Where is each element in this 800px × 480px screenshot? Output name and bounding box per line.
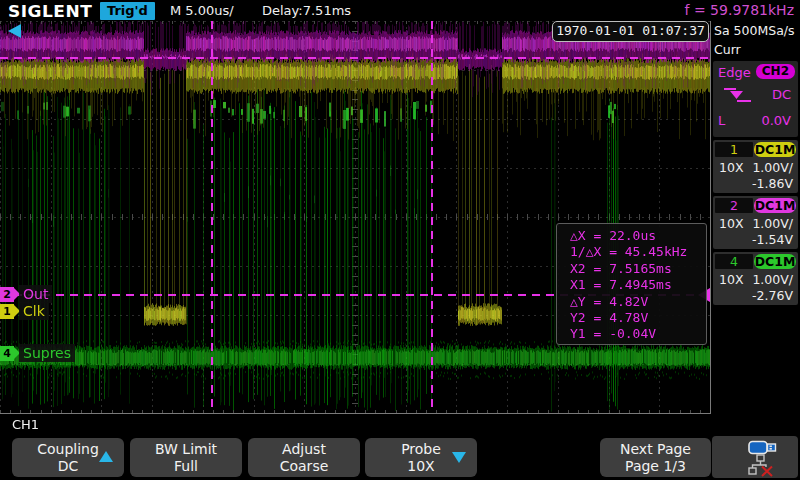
waveform-display: 2 1 4 Out Clk Supres 1970-01-01 01:07:37… (0, 21, 711, 414)
readout-y1: Y1 = -0.04V (570, 326, 706, 342)
menu-title: CH1 (12, 417, 39, 432)
readout-x2: X2 = 7.5165ms (570, 261, 706, 277)
cursor-x1-line[interactable] (211, 21, 213, 413)
status-icon-panel (712, 436, 798, 478)
lan-disconnected-icon (748, 454, 775, 480)
ch4-number: 4 (715, 254, 753, 269)
trace-label-out: Out (19, 285, 52, 303)
bw-limit-value: Full (130, 458, 242, 474)
trigger-status-badge: Trig'd (100, 2, 155, 20)
trace-label-clk: Clk (19, 302, 49, 320)
channel-box-ch2[interactable]: 2 DC1M 10X 1.00V/ -1.54V (713, 196, 798, 249)
readout-dx: △X = 22.0us (570, 228, 706, 244)
ch1-number: 1 (715, 142, 753, 157)
adjust-value: Coarse (248, 458, 360, 474)
adjust-label: Adjust (248, 440, 360, 458)
ch1-probe: 10X (719, 160, 743, 175)
top-status-bar: SIGLENT Trig'd M 5.00us/ Delay:7.51ms f … (0, 0, 800, 21)
ch2-probe: 10X (719, 216, 743, 231)
readout-y2: Y2 = 4.78V (570, 310, 706, 326)
waveform-canvas (0, 21, 710, 413)
next-page-value: Page 1/3 (600, 458, 711, 474)
ch1-marker-number: 1 (3, 305, 11, 318)
coupling-button[interactable]: Coupling DC (12, 438, 124, 477)
ch2-offset: -1.54V (752, 232, 793, 247)
ch2-number: 2 (715, 198, 753, 213)
channel-box-ch4[interactable]: 4 DC1M 10X 1.00V/ -2.76V (713, 252, 798, 305)
channel-box-ch1[interactable]: 1 DC1M 10X 1.00V/ -1.86V (713, 140, 798, 193)
ch2-marker-number: 2 (3, 288, 11, 301)
ch1-ground-marker[interactable]: 1 (0, 304, 14, 319)
trigger-level-value: 0.0V (761, 113, 791, 128)
bw-limit-label: BW Limit (130, 440, 242, 458)
oscilloscope-screen: SIGLENT Trig'd M 5.00us/ Delay:7.51ms f … (0, 0, 800, 480)
ch2-scale: 1.00V/ (752, 216, 793, 231)
delay-readout: Delay:7.51ms (262, 3, 351, 18)
ch2-coupling-badge: DC1M (754, 198, 796, 213)
falling-edge-icon (723, 86, 753, 107)
trigger-source-badge: CH2 (756, 64, 795, 79)
probe-down-arrow-icon (452, 452, 466, 463)
cursor-measurement-box: △X = 22.0us 1/△X = 45.45kHz X2 = 7.5165m… (556, 223, 707, 345)
cursor-y2-line[interactable] (0, 57, 710, 59)
ch4-scale: 1.00V/ (752, 272, 793, 287)
trigger-level-label: L (718, 113, 725, 128)
trigger-position-icon[interactable] (8, 24, 21, 38)
ch4-offset: -2.76V (752, 288, 793, 303)
ch1-coupling-badge: DC1M (754, 142, 796, 157)
ch4-coupling-badge: DC1M (754, 254, 796, 269)
readout-dy: △Y = 4.82V (570, 294, 706, 310)
adjust-button[interactable]: Adjust Coarse (248, 438, 360, 477)
trigger-coupling: DC (772, 87, 791, 102)
cursor-x2-line[interactable] (431, 21, 433, 413)
datetime-box: 1970-01-01 01:07:37 (552, 21, 709, 42)
bw-limit-button[interactable]: BW Limit Full (130, 438, 242, 477)
ch2-ground-marker[interactable]: 2 (0, 287, 14, 302)
trigger-mode: Edge (718, 65, 751, 80)
trace-label-supres: Supres (19, 344, 75, 362)
sample-rate: Sa 500MSa/s (714, 21, 798, 40)
next-page-label: Next Page (600, 440, 711, 458)
ch1-scale: 1.00V/ (752, 160, 793, 175)
readout-invdx: 1/△X = 45.45kHz (570, 244, 706, 260)
coupling-up-arrow-icon (99, 451, 113, 462)
brand-logo: SIGLENT (8, 2, 92, 21)
ch4-probe: 10X (719, 272, 743, 287)
ch1-offset: -1.86V (752, 176, 793, 191)
ch4-ground-marker[interactable]: 4 (0, 346, 14, 361)
next-page-button[interactable]: Next Page Page 1/3 (600, 438, 711, 477)
right-sidebar: Sa 500MSa/s Curr 35.0kpts Edge CH2 DC L … (712, 21, 800, 480)
readout-x1: X1 = 7.4945ms (570, 277, 706, 293)
probe-button[interactable]: Probe 10X (365, 438, 477, 477)
ch4-marker-number: 4 (3, 347, 11, 360)
trigger-panel[interactable]: Edge CH2 DC L 0.0V (713, 61, 798, 137)
frequency-counter: f = 59.9781kHz (685, 2, 794, 18)
timebase-readout: M 5.00us/ (170, 3, 234, 18)
